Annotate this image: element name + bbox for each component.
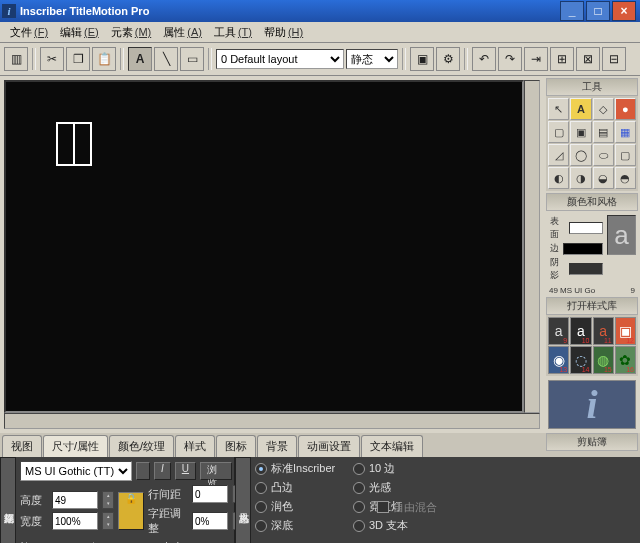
leading-input[interactable]	[192, 485, 228, 503]
tool-sq2[interactable]: ▣	[570, 121, 591, 143]
tool-text[interactable]: A	[570, 98, 591, 120]
tb-5-button[interactable]: ⇥	[524, 47, 548, 71]
tool-sq4[interactable]: ▦	[615, 121, 636, 143]
height-spin[interactable]: ▴▾	[102, 491, 114, 509]
menu-tool[interactable]: 工具(T)	[208, 23, 258, 42]
rect-tool-button[interactable]: ▭	[180, 47, 204, 71]
vtab-right[interactable]: 风格志义	[235, 457, 251, 543]
vtab-left[interactable]: 深刻规格	[0, 457, 16, 543]
tab-7[interactable]: 文本编辑	[361, 435, 423, 457]
bottom-panel: 深刻规格 MS UI Gothic (TT) I U 浏览... 高度▴▾ 宽度…	[0, 457, 640, 543]
shadow-label: 阴影	[550, 256, 565, 282]
style-thumb-6[interactable]: ◍15	[593, 346, 614, 374]
canvas-vscroll[interactable]	[524, 80, 540, 413]
tb-8-button[interactable]: ⊟	[602, 47, 626, 71]
style-preview[interactable]: a	[607, 215, 636, 255]
tool-arrow[interactable]: ↖	[548, 98, 569, 120]
titlebar: i Inscriber TitleMotion Pro _ □ ×	[0, 0, 640, 22]
menu-file[interactable]: 文件(F)	[4, 23, 54, 42]
height-input[interactable]	[52, 491, 98, 509]
copy-button[interactable]: ❐	[66, 47, 90, 71]
free-mix-check[interactable]: 自由混合	[377, 459, 437, 543]
tool-sq3[interactable]: ▤	[593, 121, 614, 143]
tool-sq5[interactable]: ▢	[615, 144, 636, 166]
tool-tri[interactable]: ◿	[548, 144, 569, 166]
tab-3[interactable]: 样式	[175, 435, 215, 457]
big-preview[interactable]: i	[548, 380, 636, 429]
style-thumb-4[interactable]: ◉13	[548, 346, 569, 374]
cut-button[interactable]: ✂	[40, 47, 64, 71]
bold-button[interactable]	[136, 462, 150, 480]
shadow-swatch[interactable]	[569, 263, 603, 275]
style-thumb-1[interactable]: a10	[570, 317, 591, 345]
redo-button[interactable]: ↷	[498, 47, 522, 71]
tab-6[interactable]: 动画设置	[298, 435, 360, 457]
tools-title: 工具	[546, 78, 638, 96]
tool-c4[interactable]: ◓	[615, 167, 636, 189]
radio-smooth[interactable]: 润色	[255, 499, 345, 514]
radio-std[interactable]: 标准Inscriber	[255, 461, 345, 476]
italic-button[interactable]: I	[154, 462, 171, 480]
edge-label: 边	[550, 242, 559, 255]
tool-sq1[interactable]: ▢	[548, 121, 569, 143]
close-button[interactable]: ×	[612, 1, 636, 21]
surface-swatch[interactable]	[569, 222, 603, 234]
tool-c1[interactable]: ◐	[548, 167, 569, 189]
style-thumb-7[interactable]: ✿16	[615, 346, 636, 374]
tb-7-button[interactable]: ⊠	[576, 47, 600, 71]
canvas[interactable]	[4, 80, 524, 413]
menu-edit[interactable]: 编辑(E)	[54, 23, 105, 42]
menu-element[interactable]: 元素(M)	[105, 23, 158, 42]
tool-ell[interactable]: ⬭	[593, 144, 614, 166]
underline-button[interactable]: U	[175, 462, 196, 480]
tool-path[interactable]: ◇	[593, 98, 614, 120]
line-tool-button[interactable]: ╲	[154, 47, 178, 71]
clipboard-title[interactable]: 剪贴簿	[546, 433, 638, 451]
radio-emboss[interactable]: 凸边	[255, 480, 345, 495]
bottom-tabs: 视图尺寸/属性颜色/纹理样式图标背景动画设置文本编辑	[0, 433, 640, 457]
tab-4[interactable]: 图标	[216, 435, 256, 457]
colorstyle-panel: 颜色和风格 表面 边 阴影 a 49 MS UI Go9	[546, 193, 638, 295]
width-input[interactable]	[52, 512, 98, 530]
layout-select[interactable]: 0 Default layout	[216, 49, 344, 69]
tools-panel: 工具 ↖ A ◇ ● ▢ ▣ ▤ ▦ ◿ ◯ ⬭ ▢ ◐ ◑ ◒ ◓	[546, 78, 638, 191]
lock-button[interactable]: 🔒	[118, 492, 144, 530]
tab-1[interactable]: 尺寸/属性	[43, 435, 108, 457]
image-button[interactable]: ▣	[410, 47, 434, 71]
width-spin[interactable]: ▴▾	[102, 512, 114, 530]
settings-button[interactable]: ⚙	[436, 47, 460, 71]
tool-c2[interactable]: ◑	[570, 167, 591, 189]
edge-swatch[interactable]	[563, 243, 603, 255]
new-doc-button[interactable]: ▥	[4, 47, 28, 71]
tab-5[interactable]: 背景	[257, 435, 297, 457]
kern-input[interactable]	[192, 512, 228, 530]
text-cursor	[56, 122, 92, 166]
leading-label: 行间距	[148, 487, 188, 502]
style-thumb-5[interactable]: ◌14	[570, 346, 591, 374]
maximize-button[interactable]: □	[586, 1, 610, 21]
paste-button[interactable]: 📋	[92, 47, 116, 71]
app-title: Inscriber TitleMotion Pro	[20, 5, 149, 17]
menu-help[interactable]: 帮助(H)	[258, 23, 309, 42]
browse-button[interactable]: 浏览...	[200, 462, 232, 480]
canvas-hscroll[interactable]	[4, 413, 540, 429]
text-tool-button[interactable]: A	[128, 47, 152, 71]
tool-c3[interactable]: ◒	[593, 167, 614, 189]
menu-attribute[interactable]: 属性(A)	[157, 23, 208, 42]
style-thumb-2[interactable]: a11	[593, 317, 614, 345]
tab-0[interactable]: 视图	[2, 435, 42, 457]
radio-deep[interactable]: 深底	[255, 518, 345, 533]
style-thumb-3[interactable]: ▣12	[615, 317, 636, 345]
colorstyle-title: 颜色和风格	[546, 193, 638, 211]
tab-2[interactable]: 颜色/纹理	[109, 435, 174, 457]
tool-circ[interactable]: ◯	[570, 144, 591, 166]
minimize-button[interactable]: _	[560, 1, 584, 21]
app-icon: i	[2, 4, 16, 18]
undo-button[interactable]: ↶	[472, 47, 496, 71]
tool-rec[interactable]: ●	[615, 98, 636, 120]
tb-6-button[interactable]: ⊞	[550, 47, 574, 71]
font-select[interactable]: MS UI Gothic (TT)	[20, 461, 132, 481]
canvas-area	[0, 76, 544, 433]
style-thumb-0[interactable]: a9	[548, 317, 569, 345]
state-select[interactable]: 静态	[346, 49, 398, 69]
